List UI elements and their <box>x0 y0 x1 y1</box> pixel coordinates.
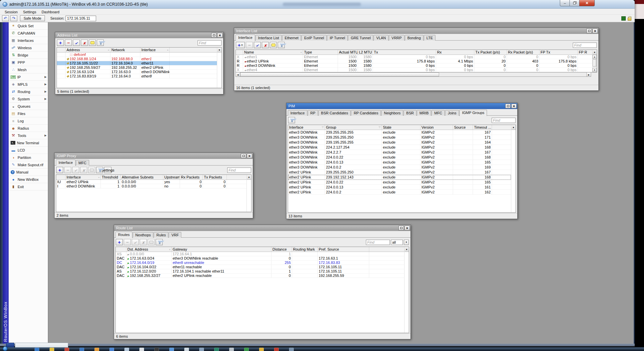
column-header[interactable]: Interface▽ <box>288 125 325 130</box>
find-input[interactable] <box>573 43 597 48</box>
igmp-group-row[interactable]: ether3 DOWNlink 224.0.0.2 exclude IGMPv2… <box>288 165 511 170</box>
tab[interactable]: VLAN <box>374 35 389 41</box>
column-header[interactable]: Version <box>420 125 453 130</box>
enable-button[interactable] <box>132 239 139 245</box>
column-header[interactable]: Distance <box>271 247 292 252</box>
maximize-button[interactable] <box>399 226 404 230</box>
sidebar-item[interactable]: 255 IP ▶ <box>9 73 48 81</box>
column-header-flags[interactable] <box>116 247 126 252</box>
taskbar-peek-icon[interactable] <box>6 343 14 347</box>
taskbar-icon[interactable] <box>214 348 219 351</box>
column-header[interactable]: Interface▵ <box>140 48 170 52</box>
sidebar-item[interactable]: ∴ Mesh ▶ <box>9 66 48 73</box>
tab[interactable]: Bonding <box>405 35 423 41</box>
sidebar-item[interactable]: ✎ Make Supout.rif ▶ <box>9 161 48 169</box>
remove-button[interactable] <box>65 40 72 46</box>
tab[interactable]: LTE <box>424 35 435 41</box>
sidebar-item[interactable]: ☍ Wireless ▶ <box>9 44 48 52</box>
igmp-group-row[interactable]: ether2 UPlink 239.255.255.250 exclude IG… <box>288 170 511 175</box>
igmp-group-row[interactable]: ether2 UPlink 239.192.152.143 exclude IG… <box>288 175 511 180</box>
tab[interactable]: MRIB <box>417 110 431 116</box>
route-list-titlebar[interactable]: Route List ✕ <box>114 225 410 231</box>
find-input[interactable] <box>492 118 516 123</box>
column-header[interactable]: Pref. Source <box>318 247 369 252</box>
column-header[interactable]: Rx <box>436 50 474 55</box>
filter-button[interactable] <box>97 40 104 46</box>
tab[interactable]: VRF <box>169 232 181 238</box>
address-row[interactable]: 192.168.88.1/24 192.168.88.0 ether1 <box>57 57 217 61</box>
tab[interactable]: VRRP <box>389 35 404 41</box>
column-header-flags[interactable] <box>57 48 66 52</box>
enable-button[interactable] <box>73 40 80 46</box>
taskbar-icon[interactable] <box>169 348 174 351</box>
sidebar-item[interactable]: ⇄ Routing ▶ <box>9 88 48 95</box>
taskbar-icon[interactable] <box>65 348 69 351</box>
scrollbar-thumb[interactable] <box>240 72 439 76</box>
column-header[interactable]: State <box>382 125 420 130</box>
column-header[interactable]: Timeout ... <box>473 125 492 130</box>
column-header[interactable]: Rx Packet (p/s) <box>507 50 540 55</box>
address-row[interactable]: 172.16.105.11/22 172.16.104.0 ether11 <box>57 61 217 65</box>
column-header[interactable]: Actual MTU <box>338 50 358 55</box>
sidebar-item[interactable]: ✆ CAPsMAN ▶ <box>9 30 48 37</box>
column-header-flags[interactable] <box>56 175 66 179</box>
tab[interactable]: Interface <box>56 160 76 166</box>
taskbar-icon[interactable] <box>80 348 84 351</box>
tab[interactable]: BSR Candidates <box>318 110 351 116</box>
igmp-group-row[interactable]: ether3 DOWNlink 224.0.0.22 exclude IGMPv… <box>288 155 511 160</box>
column-header[interactable]: Routing Mark <box>292 247 318 252</box>
column-header[interactable]: Rx Packets <box>180 175 203 179</box>
filter-button[interactable] <box>156 239 163 245</box>
column-header[interactable]: Tx <box>373 50 436 55</box>
column-header[interactable]: Tx Packet (p/s) <box>474 50 507 55</box>
settings-button[interactable]: Settings <box>104 167 111 173</box>
add-button[interactable] <box>57 40 64 46</box>
scrollbar-thumb[interactable] <box>593 59 596 66</box>
column-header[interactable]: Threshold <box>101 175 121 179</box>
scroll-right-icon[interactable]: ▶ <box>586 72 591 76</box>
igmp-group-row[interactable]: ether3 DOWNlink 239.255.255.255 exclude … <box>288 130 511 135</box>
tab[interactable]: Rules <box>154 232 168 238</box>
sidebar-item[interactable]: ⇅ Bridge ▶ <box>9 52 48 59</box>
taskbar-icon[interactable] <box>35 348 39 351</box>
redo-button[interactable]: ↷ <box>10 15 17 21</box>
interface-row[interactable]: R ether3 DOWNlink Ethernet 1500 1580 0 b… <box>236 63 592 68</box>
interface-row[interactable]: X ether4 Ethernet 1500 1580 0 bps 0 bps … <box>236 68 592 72</box>
start-orb[interactable] <box>3 346 8 351</box>
tab[interactable]: MFC <box>76 160 89 166</box>
scroll-left-icon[interactable]: ◀ <box>236 72 240 76</box>
taskbar-icon[interactable] <box>274 348 279 351</box>
disable-button[interactable] <box>140 239 147 245</box>
interface-row[interactable]: X ether1 Ethernet 1500 1580 0 bps 0 bps … <box>236 55 592 59</box>
app-titlebar[interactable]: admin@172.16.105.11 (MikroTik) - WinBox … <box>0 0 635 9</box>
igmp-group-row[interactable]: ether3 DOWNlink 239.195.255.255 exclude … <box>288 140 511 145</box>
sidebar-item[interactable]: ? Manual ▶ <box>9 169 48 176</box>
scroll-down-icon[interactable]: ▼ <box>592 68 597 72</box>
menu-item[interactable]: Settings <box>20 10 39 14</box>
igmp-group-row[interactable]: ether3 DOWNlink 224.0.0.13 exclude IGMPv… <box>288 160 511 165</box>
disable-button[interactable] <box>262 42 269 48</box>
sidebar-item[interactable]: ≡ Log ▶ <box>9 117 48 125</box>
tab[interactable]: IP Tunnel <box>327 35 348 41</box>
column-header[interactable]: Address▵ <box>66 48 110 52</box>
address-list-titlebar[interactable]: Address List ✕ <box>55 32 223 38</box>
column-dropdown-button[interactable] <box>404 247 409 252</box>
taskbar-icon[interactable] <box>109 348 114 351</box>
taskbar-icon[interactable] <box>184 348 189 351</box>
sidebar-item[interactable]: ◒ Queues ▶ <box>9 103 48 110</box>
column-header[interactable]: Network <box>110 48 140 52</box>
route-row[interactable]: AS 172.16.112.0/20 172.16.104.1 reachabl… <box>116 269 404 274</box>
taskbar-peek-window[interactable] <box>15 343 68 348</box>
comment-button[interactable] <box>88 167 95 173</box>
comment-button[interactable] <box>270 42 277 48</box>
tab[interactable]: Routes <box>115 232 132 238</box>
address-row[interactable]: ::: defconf <box>57 53 217 57</box>
column-header[interactable]: Name▵ <box>243 50 303 55</box>
igmp-proxy-titlebar[interactable]: IGMP Proxy ✕ <box>55 153 253 159</box>
menu-item[interactable]: Dashboard <box>39 10 62 14</box>
close-button[interactable]: ✕ <box>511 104 517 108</box>
route-row[interactable]: XS 0.0.0.0/0 172.16.64.1 1 <box>116 252 404 256</box>
igmp-group-row[interactable]: ether3 DOWNlink 224.2.2.7 exclude IGMPv2… <box>288 150 511 155</box>
disable-button[interactable] <box>80 167 87 173</box>
igmp-group-row[interactable]: ether2 UPlink 224.0.0.2 exclude IGMPv2 1… <box>288 190 511 195</box>
